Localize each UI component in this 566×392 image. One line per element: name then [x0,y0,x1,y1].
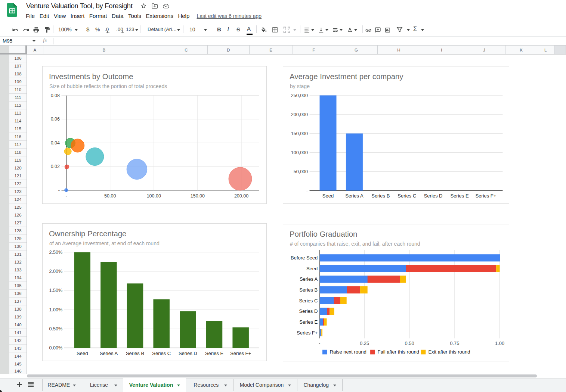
svg-text:Series D: Series D [424,193,443,199]
svg-text:Series A: Series A [345,193,364,199]
svg-text:-: - [306,188,308,193]
svg-text:by stage: by stage [290,83,310,89]
svg-text:Series B: Series B [371,193,390,199]
svg-text:Series C: Series C [152,351,171,356]
svg-text:Series F+: Series F+ [475,193,496,199]
svg-text:Ownership Percentage: Ownership Percentage [49,230,126,238]
svg-text:Series F+: Series F+ [230,351,251,356]
svg-text:0.04: 0.04 [51,140,60,146]
svg-text:Series B: Series B [126,351,144,356]
svg-text:1.00: 1.00 [495,340,504,346]
svg-text:of an Average Investment, at e: of an Average Investment, at end of each… [49,240,160,246]
svg-text:Series A: Series A [100,351,118,356]
svg-text:150.00: 150.00 [191,193,205,199]
svg-text:-: - [58,188,60,193]
svg-text:Size of bubble reflects the po: Size of bubble reflects the portion of t… [49,83,167,89]
svg-text:Series A: Series A [300,276,318,282]
svg-text:2.50%: 2.50% [49,250,62,255]
svg-text:Seed: Seed [306,266,318,271]
svg-text:# of companies that raise, exi: # of companies that raise, exit, and fai… [290,241,420,247]
svg-text:Investments by Outcome: Investments by Outcome [49,72,133,81]
svg-text:Series C: Series C [299,298,318,304]
svg-text:Series F+: Series F+ [297,330,318,336]
svg-text:Series D: Series D [299,308,318,314]
svg-text:100.00: 100.00 [147,193,161,199]
svg-text:0.02: 0.02 [51,164,60,169]
svg-text:-: - [65,193,67,199]
svg-text:Raise next round: Raise next round [330,349,366,355]
svg-text:Seed: Seed [322,193,334,199]
svg-text:200,000: 200,000 [291,112,308,117]
svg-text:0.08: 0.08 [51,93,60,98]
svg-text:1.50%: 1.50% [49,288,62,293]
svg-text:50,000: 50,000 [294,169,308,174]
svg-text:1.00%: 1.00% [49,307,62,312]
svg-text:Series D: Series D [179,351,197,356]
svg-text:Series E: Series E [205,351,223,356]
svg-text:Series E: Series E [450,193,468,199]
svg-text:Series E: Series E [299,319,318,325]
svg-text:Fail after this round: Fail after this round [378,349,419,355]
svg-text:0.25: 0.25 [360,340,369,346]
svg-text:Before Seed: Before Seed [291,255,318,261]
svg-text:-: - [319,340,320,346]
svg-text:150,000: 150,000 [291,131,308,136]
svg-text:Portfolio Graduation: Portfolio Graduation [290,230,357,238]
svg-text:0.50: 0.50 [405,340,414,346]
svg-text:2.00%: 2.00% [49,269,62,274]
svg-text:Series B: Series B [299,287,318,293]
svg-text:Exit after this round: Exit after this round [428,349,470,355]
svg-text:0.06: 0.06 [51,116,60,122]
svg-text:200.00: 200.00 [234,193,248,199]
svg-text:0.00%: 0.00% [49,345,62,351]
svg-text:250,000: 250,000 [291,93,308,98]
svg-text:Series C: Series C [398,193,416,199]
svg-text:0.75: 0.75 [450,340,459,346]
svg-text:0.50%: 0.50% [49,326,62,332]
svg-text:Average Investment per company: Average Investment per company [290,72,403,81]
svg-text:Seed: Seed [77,351,88,356]
svg-text:50.00: 50.00 [104,193,116,199]
svg-text:100,000: 100,000 [291,150,308,155]
